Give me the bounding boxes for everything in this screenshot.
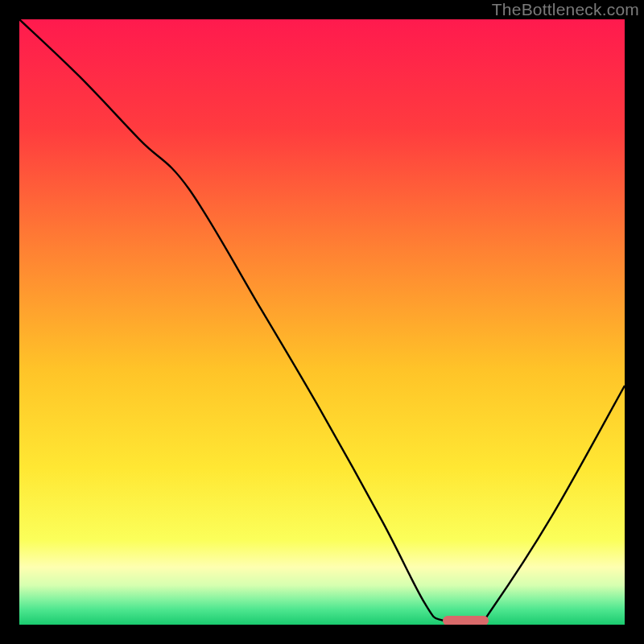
- bottleneck-curve: [19, 19, 625, 625]
- chart-frame: TheBottleneck.com: [0, 0, 644, 644]
- optimal-region-marker: [443, 616, 488, 625]
- plot-area: [19, 19, 625, 625]
- watermark-text: TheBottleneck.com: [492, 0, 639, 19]
